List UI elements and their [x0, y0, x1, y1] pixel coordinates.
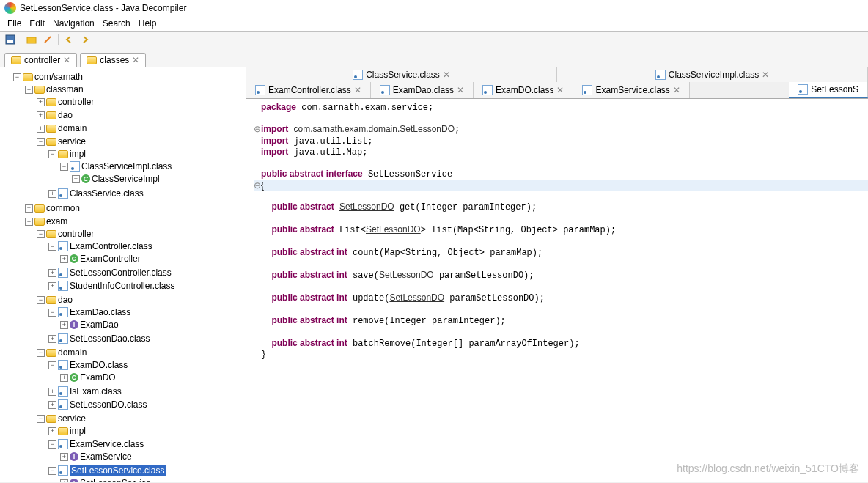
tree-item[interactable]: ExamService	[80, 451, 132, 462]
expand-icon[interactable]: +	[60, 321, 68, 329]
save-icon[interactable]	[4, 34, 16, 45]
collapse-icon[interactable]: −	[37, 296, 45, 304]
menu-search[interactable]: Search	[100, 18, 133, 29]
expand-icon[interactable]: +	[48, 190, 56, 198]
tree-item[interactable]: service	[58, 136, 86, 147]
tree-item[interactable]: exam	[46, 215, 67, 227]
tab-classes[interactable]: classes✕	[80, 53, 146, 67]
close-icon[interactable]: ✕	[354, 85, 361, 95]
close-icon[interactable]: ✕	[63, 55, 70, 65]
collapse-icon[interactable]: −	[60, 163, 68, 171]
expand-icon[interactable]: +	[72, 175, 80, 183]
menu-edit[interactable]: Edit	[26, 18, 48, 29]
tree-item[interactable]: dao	[58, 294, 73, 306]
expand-icon[interactable]: +	[48, 269, 56, 277]
tree-item[interactable]: dao	[58, 109, 73, 121]
class-file-icon	[58, 241, 68, 251]
expand-icon[interactable]: +	[37, 125, 45, 133]
expand-icon[interactable]: +	[60, 374, 68, 382]
expand-icon[interactable]: +	[37, 111, 45, 119]
editor-tab[interactable]: ExamDO.class✕	[474, 82, 573, 98]
tree-item[interactable]: SetLessonController.class	[70, 267, 172, 279]
close-icon[interactable]: ✕	[132, 55, 139, 65]
editor-tab-active[interactable]: SetLessonS	[789, 82, 868, 98]
collapse-icon[interactable]: −	[48, 361, 56, 369]
editor-tab[interactable]: ExamDao.class✕	[371, 82, 474, 98]
tree-item[interactable]: domain	[58, 347, 87, 358]
code-editor[interactable]: package com.sarnath.exam.service; ⊖impor…	[246, 99, 868, 482]
expand-icon[interactable]: +	[48, 282, 56, 290]
folder-icon	[34, 204, 45, 213]
collapse-icon[interactable]: −	[25, 218, 33, 226]
wand-icon[interactable]	[42, 34, 54, 45]
tree-item[interactable]: com/sarnath	[34, 71, 83, 83]
collapse-icon[interactable]: −	[37, 349, 45, 357]
tree-item[interactable]: service	[58, 413, 86, 424]
tree-item[interactable]: ExamDao	[80, 319, 119, 331]
tab-label: SetLessonS	[811, 84, 858, 95]
editor-tab[interactable]: ClassServiceImpl.class✕	[557, 67, 868, 82]
close-icon[interactable]: ✕	[443, 70, 450, 80]
collapse-icon[interactable]: −	[25, 86, 33, 94]
tree-item[interactable]: classman	[46, 84, 84, 95]
collapse-icon[interactable]: −	[37, 138, 45, 146]
folder-icon	[46, 415, 56, 423]
expand-icon[interactable]: +	[60, 255, 68, 263]
tree-item[interactable]: impl	[70, 148, 86, 160]
expand-icon[interactable]: +	[25, 204, 33, 213]
collapse-icon[interactable]: −	[48, 467, 56, 475]
expand-icon[interactable]: +	[48, 401, 56, 409]
tree-item[interactable]: SetLessonService	[80, 477, 151, 482]
close-icon[interactable]: ✕	[556, 85, 564, 95]
editor-tab[interactable]: ClassService.class✕	[246, 67, 557, 82]
collapse-icon[interactable]: −	[48, 150, 56, 158]
back-icon[interactable]	[63, 34, 75, 45]
collapse-icon[interactable]: −	[48, 440, 56, 449]
expand-icon[interactable]: +	[37, 98, 45, 106]
tree-item[interactable]: controller	[58, 228, 94, 240]
tree-item[interactable]: StudentInfoController.class	[70, 280, 174, 292]
expand-icon[interactable]: +	[48, 335, 56, 343]
collapse-icon[interactable]: −	[48, 243, 56, 251]
collapse-icon[interactable]: −	[48, 309, 56, 317]
tab-controller[interactable]: controller✕	[4, 53, 77, 67]
collapse-icon[interactable]: −	[13, 73, 21, 81]
close-icon[interactable]: ✕	[673, 85, 680, 95]
collapse-icon[interactable]: −	[37, 415, 45, 423]
expand-icon[interactable]: +	[60, 479, 68, 483]
expand-icon[interactable]: +	[48, 388, 56, 396]
tree-item[interactable]: controller	[58, 96, 94, 108]
forward-icon[interactable]	[79, 34, 91, 45]
tree-item[interactable]: ExamDO.class	[70, 359, 128, 371]
editor-tab[interactable]: ExamService.class✕	[573, 82, 689, 98]
expand-icon[interactable]: +	[60, 453, 68, 461]
expand-icon[interactable]: +	[48, 427, 56, 435]
folder-icon	[23, 73, 33, 81]
tree-item[interactable]: ExamDao.class	[70, 306, 130, 318]
tree-item[interactable]: SetLessonDO.class	[70, 399, 147, 410]
tab-label: ExamService.class	[595, 85, 669, 95]
close-icon[interactable]: ✕	[457, 85, 464, 95]
editor-tab[interactable]: ExamController.class✕	[246, 82, 371, 98]
tree-item-selected[interactable]: SetLessonService.class	[70, 465, 166, 476]
tab-label: ExamDO.class	[496, 85, 553, 95]
package-explorer[interactable]: −com/sarnath −classman +controller +dao …	[0, 67, 246, 482]
menu-file[interactable]: File	[4, 18, 24, 29]
tree-item[interactable]: ExamService.class	[70, 438, 144, 450]
tree-item[interactable]: IsExam.class	[70, 386, 122, 397]
collapse-icon[interactable]: −	[37, 230, 45, 238]
tree-item[interactable]: ExamController	[80, 253, 141, 265]
menu-help[interactable]: Help	[136, 18, 160, 29]
tree-item[interactable]: ClassServiceImpl.class	[81, 161, 172, 172]
tree-item[interactable]: ClassServiceImpl	[92, 173, 160, 185]
tree-item[interactable]: ClassService.class	[70, 188, 144, 199]
tree-item[interactable]: impl	[70, 425, 86, 437]
tree-item[interactable]: common	[46, 202, 80, 214]
open-icon[interactable]	[26, 34, 37, 45]
close-icon[interactable]: ✕	[762, 70, 769, 80]
tree-item[interactable]: ExamController.class	[70, 240, 152, 252]
tree-item[interactable]: ExamDO	[80, 372, 116, 383]
tree-item[interactable]: SetLessonDao.class	[70, 333, 150, 344]
menu-navigation[interactable]: Navigation	[50, 18, 98, 29]
tree-item[interactable]: domain	[58, 122, 87, 134]
